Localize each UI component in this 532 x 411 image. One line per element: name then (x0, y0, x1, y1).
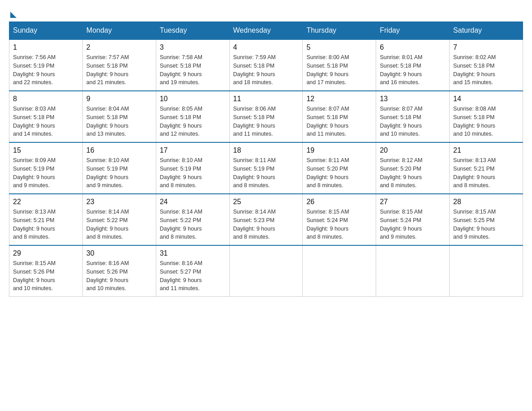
col-header-saturday: Saturday (450, 22, 523, 40)
day-number: 20 (380, 146, 446, 154)
calendar-cell: 27 Sunrise: 8:15 AMSunset: 5:24 PMDaylig… (376, 194, 450, 245)
calendar-cell (450, 245, 523, 297)
col-header-sunday: Sunday (9, 22, 83, 40)
day-number: 4 (233, 43, 299, 51)
calendar-cell: 8 Sunrise: 8:03 AMSunset: 5:18 PMDayligh… (9, 91, 83, 142)
day-number: 11 (233, 95, 299, 103)
calendar-cell: 15 Sunrise: 8:09 AMSunset: 5:19 PMDaylig… (9, 142, 83, 194)
calendar-cell: 13 Sunrise: 8:07 AMSunset: 5:18 PMDaylig… (376, 91, 450, 142)
calendar-cell: 24 Sunrise: 8:14 AMSunset: 5:22 PMDaylig… (156, 194, 229, 245)
day-number: 29 (13, 249, 79, 257)
calendar-cell: 30 Sunrise: 8:16 AMSunset: 5:26 PMDaylig… (82, 245, 156, 297)
calendar-week-row: 22 Sunrise: 8:13 AMSunset: 5:21 PMDaylig… (9, 194, 523, 245)
day-info: Sunrise: 8:16 AMSunset: 5:26 PMDaylight:… (86, 260, 129, 291)
logo-arrow-icon (10, 12, 17, 18)
calendar-cell: 3 Sunrise: 7:58 AMSunset: 5:18 PMDayligh… (156, 39, 229, 91)
day-info: Sunrise: 8:16 AMSunset: 5:27 PMDaylight:… (160, 260, 202, 291)
day-number: 7 (453, 43, 519, 51)
col-header-monday: Monday (82, 22, 156, 40)
calendar-cell: 23 Sunrise: 8:14 AMSunset: 5:22 PMDaylig… (82, 194, 156, 245)
day-number: 24 (160, 198, 226, 206)
day-info: Sunrise: 8:15 AMSunset: 5:24 PMDaylight:… (380, 209, 422, 240)
calendar-cell: 25 Sunrise: 8:14 AMSunset: 5:23 PMDaylig… (229, 194, 303, 245)
day-info: Sunrise: 8:08 AMSunset: 5:18 PMDaylight:… (453, 106, 496, 137)
day-info: Sunrise: 8:02 AMSunset: 5:18 PMDaylight:… (453, 54, 496, 86)
calendar-cell (229, 245, 303, 297)
day-info: Sunrise: 8:00 AMSunset: 5:18 PMDaylight:… (306, 54, 349, 86)
calendar-cell: 26 Sunrise: 8:15 AMSunset: 5:24 PMDaylig… (303, 194, 376, 245)
day-number: 5 (306, 43, 372, 51)
day-number: 2 (86, 43, 152, 51)
day-info: Sunrise: 8:05 AMSunset: 5:18 PMDaylight:… (160, 106, 202, 137)
day-number: 22 (13, 198, 79, 206)
day-info: Sunrise: 8:13 AMSunset: 5:21 PMDaylight:… (13, 209, 56, 240)
col-header-tuesday: Tuesday (156, 22, 229, 40)
day-number: 16 (86, 146, 152, 154)
calendar-header-row: SundayMondayTuesdayWednesdayThursdayFrid… (9, 22, 523, 40)
calendar-cell: 10 Sunrise: 8:05 AMSunset: 5:18 PMDaylig… (156, 91, 229, 142)
day-info: Sunrise: 8:12 AMSunset: 5:20 PMDaylight:… (380, 157, 422, 188)
calendar-cell: 18 Sunrise: 8:11 AMSunset: 5:19 PMDaylig… (229, 142, 303, 194)
day-info: Sunrise: 8:13 AMSunset: 5:21 PMDaylight:… (453, 157, 496, 188)
day-info: Sunrise: 7:56 AMSunset: 5:19 PMDaylight:… (13, 54, 56, 86)
calendar-cell: 29 Sunrise: 8:15 AMSunset: 5:26 PMDaylig… (9, 245, 83, 297)
calendar-cell: 17 Sunrise: 8:10 AMSunset: 5:19 PMDaylig… (156, 142, 229, 194)
day-info: Sunrise: 8:07 AMSunset: 5:18 PMDaylight:… (380, 106, 422, 137)
day-number: 13 (380, 95, 446, 103)
day-number: 19 (306, 146, 372, 154)
col-header-wednesday: Wednesday (229, 22, 303, 40)
day-info: Sunrise: 8:03 AMSunset: 5:18 PMDaylight:… (13, 106, 56, 137)
calendar-cell: 1 Sunrise: 7:56 AMSunset: 5:19 PMDayligh… (9, 39, 83, 91)
calendar-week-row: 29 Sunrise: 8:15 AMSunset: 5:26 PMDaylig… (9, 245, 523, 297)
calendar-cell: 19 Sunrise: 8:11 AMSunset: 5:20 PMDaylig… (303, 142, 376, 194)
calendar-cell: 2 Sunrise: 7:57 AMSunset: 5:18 PMDayligh… (82, 39, 156, 91)
calendar-week-row: 1 Sunrise: 7:56 AMSunset: 5:19 PMDayligh… (9, 39, 523, 91)
day-number: 1 (13, 43, 79, 51)
day-info: Sunrise: 8:06 AMSunset: 5:18 PMDaylight:… (233, 106, 276, 137)
day-info: Sunrise: 8:01 AMSunset: 5:18 PMDaylight:… (380, 54, 422, 86)
day-info: Sunrise: 7:58 AMSunset: 5:18 PMDaylight:… (160, 54, 202, 86)
calendar-cell: 5 Sunrise: 8:00 AMSunset: 5:18 PMDayligh… (303, 39, 376, 91)
day-info: Sunrise: 8:07 AMSunset: 5:18 PMDaylight:… (306, 106, 349, 137)
day-info: Sunrise: 8:15 AMSunset: 5:24 PMDaylight:… (306, 209, 349, 240)
col-header-thursday: Thursday (303, 22, 376, 40)
calendar-cell: 31 Sunrise: 8:16 AMSunset: 5:27 PMDaylig… (156, 245, 229, 297)
day-info: Sunrise: 8:10 AMSunset: 5:19 PMDaylight:… (86, 157, 129, 188)
calendar-cell: 16 Sunrise: 8:10 AMSunset: 5:19 PMDaylig… (82, 142, 156, 194)
calendar-week-row: 15 Sunrise: 8:09 AMSunset: 5:19 PMDaylig… (9, 142, 523, 194)
calendar-cell: 6 Sunrise: 8:01 AMSunset: 5:18 PMDayligh… (376, 39, 450, 91)
day-info: Sunrise: 8:11 AMSunset: 5:20 PMDaylight:… (306, 157, 349, 188)
day-info: Sunrise: 8:15 AMSunset: 5:26 PMDaylight:… (13, 260, 56, 291)
calendar-cell: 20 Sunrise: 8:12 AMSunset: 5:20 PMDaylig… (376, 142, 450, 194)
day-info: Sunrise: 8:10 AMSunset: 5:19 PMDaylight:… (160, 157, 202, 188)
day-info: Sunrise: 8:14 AMSunset: 5:22 PMDaylight:… (160, 209, 202, 240)
day-number: 30 (86, 249, 152, 257)
col-header-friday: Friday (376, 22, 450, 40)
day-number: 26 (306, 198, 372, 206)
day-number: 9 (86, 95, 152, 103)
calendar-cell: 12 Sunrise: 8:07 AMSunset: 5:18 PMDaylig… (303, 91, 376, 142)
calendar-cell: 9 Sunrise: 8:04 AMSunset: 5:18 PMDayligh… (82, 91, 156, 142)
day-info: Sunrise: 7:59 AMSunset: 5:18 PMDaylight:… (233, 54, 276, 86)
day-number: 15 (13, 146, 79, 154)
calendar-cell: 4 Sunrise: 7:59 AMSunset: 5:18 PMDayligh… (229, 39, 303, 91)
day-number: 12 (306, 95, 372, 103)
calendar-cell (303, 245, 376, 297)
calendar-week-row: 8 Sunrise: 8:03 AMSunset: 5:18 PMDayligh… (9, 91, 523, 142)
calendar-cell: 21 Sunrise: 8:13 AMSunset: 5:21 PMDaylig… (450, 142, 523, 194)
day-number: 3 (160, 43, 226, 51)
calendar-cell: 28 Sunrise: 8:15 AMSunset: 5:25 PMDaylig… (450, 194, 523, 245)
day-number: 21 (453, 146, 519, 154)
day-number: 8 (13, 95, 79, 103)
logo (9, 9, 17, 17)
calendar-cell: 11 Sunrise: 8:06 AMSunset: 5:18 PMDaylig… (229, 91, 303, 142)
calendar-cell: 7 Sunrise: 8:02 AMSunset: 5:18 PMDayligh… (450, 39, 523, 91)
day-info: Sunrise: 8:11 AMSunset: 5:19 PMDaylight:… (233, 157, 276, 188)
calendar-cell: 14 Sunrise: 8:08 AMSunset: 5:18 PMDaylig… (450, 91, 523, 142)
day-info: Sunrise: 8:15 AMSunset: 5:25 PMDaylight:… (453, 209, 496, 240)
day-number: 6 (380, 43, 446, 51)
day-info: Sunrise: 8:04 AMSunset: 5:18 PMDaylight:… (86, 106, 129, 137)
day-number: 25 (233, 198, 299, 206)
calendar-table: SundayMondayTuesdayWednesdayThursdayFrid… (9, 21, 523, 297)
day-number: 31 (160, 249, 226, 257)
